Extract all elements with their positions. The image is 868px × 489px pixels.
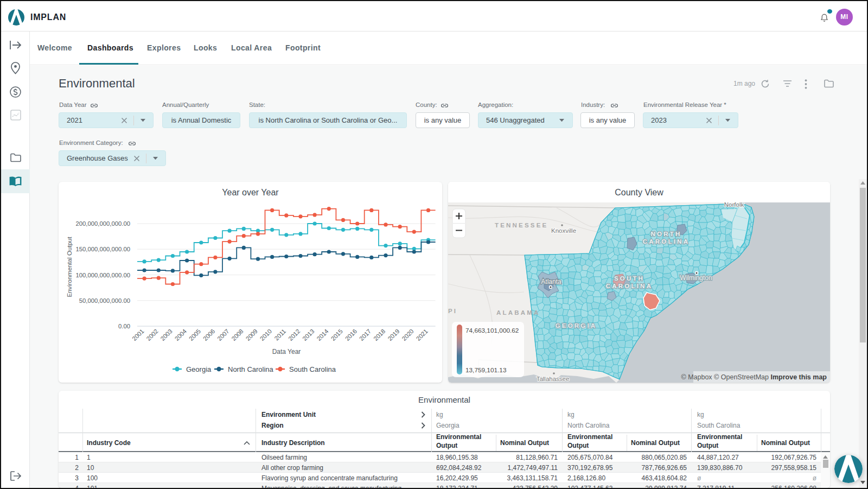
svg-text:2007: 2007	[216, 328, 230, 342]
svg-text:PI: PI	[448, 308, 457, 314]
svg-text:2015: 2015	[330, 328, 344, 342]
svg-text:2001: 2001	[131, 328, 145, 342]
svg-text:2017: 2017	[358, 328, 372, 342]
svg-text:2010: 2010	[259, 328, 273, 342]
svg-text:50,000,000,000.00: 50,000,000,000.00	[79, 297, 130, 304]
svg-text:Norfolk: Norfolk	[724, 202, 744, 208]
svg-text:2004: 2004	[174, 328, 188, 342]
svg-text:Atlanta: Atlanta	[541, 278, 561, 285]
svg-text:13,759,101.13: 13,759,101.13	[465, 366, 507, 374]
svg-text:2013: 2013	[301, 328, 315, 342]
svg-text:Environmental Output: Environmental Output	[66, 237, 73, 297]
svg-text:150,000,000,000.00: 150,000,000,000.00	[75, 246, 130, 252]
svg-text:2019: 2019	[386, 328, 400, 342]
svg-text:2003: 2003	[159, 328, 174, 342]
svg-text:2011: 2011	[273, 328, 288, 342]
svg-text:Wilmington: Wilmington	[680, 274, 712, 282]
svg-text:2008: 2008	[230, 328, 244, 342]
svg-text:0.00: 0.00	[118, 323, 130, 329]
svg-text:2006: 2006	[202, 328, 216, 342]
svg-text:ALABAMA: ALABAMA	[496, 309, 540, 316]
svg-text:2021: 2021	[415, 328, 429, 342]
svg-text:CAROLINA: CAROLINA	[606, 283, 653, 289]
svg-text:2018: 2018	[372, 328, 386, 342]
svg-text:Data Year: Data Year	[272, 348, 301, 355]
svg-text:2005: 2005	[188, 328, 202, 342]
svg-text:© Mapbox © OpenStreetMap Impro: © Mapbox © OpenStreetMap Improve this ma…	[681, 373, 827, 381]
svg-text:2016: 2016	[344, 328, 358, 342]
svg-text:Knoxville: Knoxville	[551, 227, 576, 234]
svg-text:Georgia: Georgia	[186, 365, 212, 373]
svg-text:200,000,000,000.00: 200,000,000,000.00	[75, 220, 130, 227]
svg-text:2014: 2014	[315, 328, 329, 342]
svg-text:GEORGIA: GEORGIA	[556, 322, 597, 329]
svg-text:CAROLINA: CAROLINA	[643, 238, 690, 245]
svg-text:74,663,101,000.62: 74,663,101,000.62	[465, 327, 519, 334]
svg-text:NORTH: NORTH	[651, 231, 682, 237]
svg-text:2020: 2020	[400, 328, 414, 342]
svg-text:North Carolina: North Carolina	[228, 365, 274, 373]
svg-text:TENNESSEE: TENNESSEE	[495, 222, 548, 228]
svg-text:2002: 2002	[145, 328, 159, 342]
svg-text:2012: 2012	[287, 328, 301, 342]
svg-text:2009: 2009	[245, 328, 259, 342]
svg-text:Tallahassee: Tallahassee	[537, 376, 570, 382]
svg-text:South Carolina: South Carolina	[289, 365, 336, 373]
svg-text:SOUTH: SOUTH	[614, 275, 644, 282]
svg-text:100,000,000,000.00: 100,000,000,000.00	[75, 272, 130, 278]
